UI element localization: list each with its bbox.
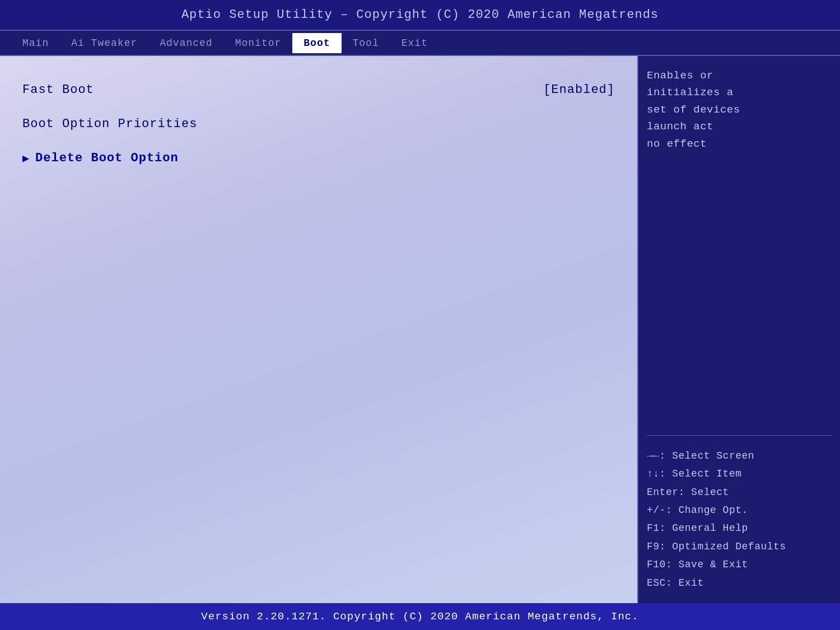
key-enter: Enter: Select [647,483,832,501]
boot-option-priorities-item[interactable]: Boot Option Priorities [17,107,620,141]
arrow-icon: ▶ [22,151,30,165]
delete-boot-option-item[interactable]: ▶ Delete Boot Option [17,141,620,175]
key-select-item: ↑↓: Select Item [647,465,832,483]
help-line-1: Enables orinitializes aset of deviceslau… [647,69,740,150]
title-bar: Aptio Setup Utility – Copyright (C) 2020… [0,0,840,31]
right-panel: Enables orinitializes aset of deviceslau… [638,56,840,603]
tab-boot[interactable]: Boot [292,33,341,53]
nav-bar: Main Ai Tweaker Advanced Monitor Boot To… [0,31,840,56]
tab-monitor[interactable]: Monitor [224,33,293,53]
key-esc: ESC: Exit [647,574,832,592]
left-panel: Fast Boot [Enabled] Boot Option Prioriti… [0,56,638,603]
key-f1: F1: General Help [647,519,832,537]
key-f9: F9: Optimized Defaults [647,538,832,556]
tab-exit[interactable]: Exit [390,33,439,53]
boot-option-priorities-label: Boot Option Priorities [22,117,197,131]
tab-advanced[interactable]: Advanced [148,33,223,53]
main-content: Fast Boot [Enabled] Boot Option Prioriti… [0,56,840,603]
delete-boot-option-label: Delete Boot Option [35,151,179,165]
key-change: +/-: Change Opt. [647,501,832,519]
help-description: Enables orinitializes aset of deviceslau… [647,67,832,424]
footer-text: Version 2.20.1271. Copyright (C) 2020 Am… [201,610,638,623]
tab-main[interactable]: Main [11,33,60,53]
key-help-section: →←: Select Screen ↑↓: Select Item Enter:… [647,447,832,592]
title-text: Aptio Setup Utility – Copyright (C) 2020… [181,8,659,22]
fast-boot-label: Fast Boot [22,83,94,97]
fast-boot-value: [Enabled] [543,83,615,97]
bios-screen: Aptio Setup Utility – Copyright (C) 2020… [0,0,840,630]
tab-ai-tweaker[interactable]: Ai Tweaker [60,33,148,53]
key-select-screen: →←: Select Screen [647,447,832,465]
tab-tool[interactable]: Tool [342,33,390,53]
key-f10: F10: Save & Exit [647,556,832,573]
footer-bar: Version 2.20.1271. Copyright (C) 2020 Am… [0,603,840,630]
fast-boot-item[interactable]: Fast Boot [Enabled] [17,73,620,107]
help-divider [647,435,832,436]
